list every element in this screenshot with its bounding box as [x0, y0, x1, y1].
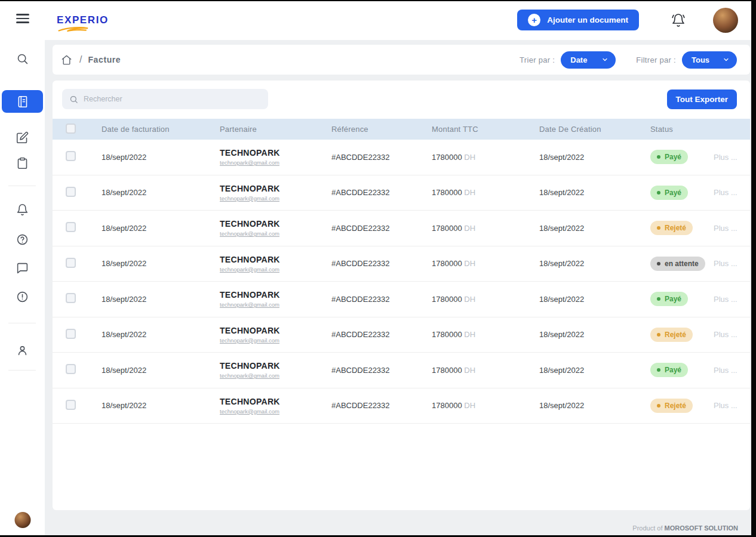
sidebar-divider [8, 186, 36, 186]
export-all-button[interactable]: Tout Exporter [667, 90, 737, 109]
invoice-billing-date: 18/sept/2022 [102, 401, 220, 410]
plus-circle-icon: + [528, 14, 540, 26]
partner-email[interactable]: technopark@gmail.com [220, 408, 331, 415]
footer-prefix: Product of [632, 524, 664, 532]
status-badge: Rejeté [650, 328, 693, 342]
row-checkbox[interactable] [66, 151, 76, 161]
invoice-billing-date: 18/sept/2022 [102, 224, 220, 233]
invoice-billing-date: 18/sept/2022 [102, 330, 220, 339]
status-dot-icon [657, 155, 660, 159]
invoice-reference: #ABCDDE22332 [331, 153, 432, 162]
alert-icon [16, 291, 29, 303]
invoice-creation-date: 18/sept/2022 [539, 224, 650, 233]
row-checkbox[interactable] [66, 222, 76, 232]
row-more-button[interactable]: Plus ... [714, 224, 740, 233]
menu-button[interactable] [10, 7, 35, 30]
row-checkbox[interactable] [66, 258, 76, 268]
sort-select[interactable]: Date [561, 51, 616, 69]
filter-select[interactable]: Tous [682, 51, 737, 69]
amount-value: 1780000 [432, 153, 462, 162]
partner-email[interactable]: technopark@gmail.com [220, 301, 331, 308]
notifications-button[interactable] [671, 13, 686, 27]
sidebar-avatar[interactable] [14, 512, 30, 528]
amount-value: 1780000 [432, 259, 462, 268]
select-all-checkbox[interactable] [66, 124, 76, 134]
row-more-button[interactable]: Plus ... [714, 366, 740, 375]
footer-company: MOROSOFT SOLUTION [665, 524, 738, 532]
home-button[interactable] [61, 54, 72, 66]
list-controls: Trier par : Date Filtrer par : Tous [520, 51, 737, 69]
invoice-list-card: Tout Exporter Date de facturation Parten… [53, 81, 750, 510]
sidebar-item-documents[interactable] [10, 125, 35, 149]
amount-currency: DH [464, 259, 475, 268]
table-row: 18/sept/2022 TECHNOPARK technopark@gmail… [53, 317, 750, 353]
sidebar-item-orders[interactable] [10, 151, 35, 175]
sidebar-item-notifications[interactable] [10, 197, 35, 221]
amount-currency: DH [464, 188, 475, 197]
row-checkbox[interactable] [66, 187, 76, 197]
partner-cell: TECHNOPARK technopark@gmail.com [220, 361, 331, 379]
search-box[interactable] [62, 89, 268, 109]
row-more-button[interactable]: Plus ... [714, 295, 740, 304]
clipboard-icon [16, 157, 29, 169]
invoice-amount: 1780000 DH [432, 330, 539, 339]
partner-email[interactable]: technopark@gmail.com [220, 266, 331, 273]
help-icon [16, 233, 29, 246]
invoice-reference: #ABCDDE22332 [331, 401, 432, 410]
column-header-reference: Référence [331, 125, 432, 134]
screen-edge [0, 0, 756, 1]
invoice-billing-date: 18/sept/2022 [102, 366, 220, 375]
table-row: 18/sept/2022 TECHNOPARK technopark@gmail… [53, 140, 750, 175]
sidebar-item-profile[interactable] [10, 338, 35, 362]
partner-email[interactable]: technopark@gmail.com [220, 372, 331, 379]
status-label: en attente [665, 260, 699, 268]
row-more-button[interactable]: Plus ... [714, 259, 740, 268]
table-row: 18/sept/2022 TECHNOPARK technopark@gmail… [53, 282, 750, 317]
menu-icon [16, 14, 29, 16]
row-checkbox[interactable] [66, 364, 76, 374]
column-header-partner: Partenaire [220, 125, 331, 134]
status-label: Rejeté [665, 402, 686, 410]
footer-credit: Product of MOROSOFT SOLUTION [632, 524, 738, 532]
row-checkbox[interactable] [66, 293, 76, 303]
invoice-creation-date: 18/sept/2022 [539, 188, 650, 197]
sidebar-item-help[interactable] [10, 227, 35, 251]
status-dot-icon [657, 297, 660, 301]
logo-text: EXPERIO [57, 14, 109, 26]
invoice-billing-date: 18/sept/2022 [102, 153, 220, 162]
amount-currency: DH [464, 330, 475, 339]
row-more-button[interactable]: Plus ... [714, 401, 740, 410]
partner-email[interactable]: technopark@gmail.com [220, 159, 331, 166]
status-badge: Payé [650, 363, 688, 377]
partner-email[interactable]: technopark@gmail.com [220, 230, 331, 237]
column-header-amount: Montant TTC [432, 125, 539, 134]
partner-email[interactable]: technopark@gmail.com [220, 195, 331, 202]
user-avatar[interactable] [713, 8, 738, 33]
row-checkbox[interactable] [66, 329, 76, 339]
search-icon [69, 95, 78, 104]
row-more-button[interactable]: Plus ... [714, 153, 740, 162]
sidebar-divider [8, 323, 36, 323]
book-icon [16, 95, 29, 108]
filter-label: Filtrer par : [636, 55, 676, 64]
amount-value: 1780000 [432, 188, 462, 197]
search-input[interactable] [84, 95, 261, 103]
partner-email[interactable]: technopark@gmail.com [220, 337, 331, 344]
column-header-creation-date: Date De Création [539, 125, 650, 134]
status-label: Rejeté [665, 331, 686, 339]
amount-currency: DH [464, 224, 475, 233]
partner-cell: TECHNOPARK technopark@gmail.com [220, 255, 331, 273]
sidebar-item-invoices[interactable] [2, 90, 43, 113]
table-row: 18/sept/2022 TECHNOPARK technopark@gmail… [53, 246, 750, 282]
status-dot-icon [657, 333, 660, 337]
row-more-button[interactable]: Plus ... [714, 188, 740, 197]
logo[interactable]: EXPERIO [57, 14, 109, 26]
row-more-button[interactable]: Plus ... [714, 330, 740, 339]
row-checkbox[interactable] [66, 400, 76, 410]
sidebar-search-button[interactable] [10, 47, 35, 70]
sidebar-item-messages[interactable] [10, 256, 35, 280]
invoice-amount: 1780000 DH [432, 188, 539, 197]
status-dot-icon [657, 368, 660, 372]
sidebar-item-alerts[interactable] [10, 285, 35, 308]
add-document-button[interactable]: + Ajouter un document [517, 10, 639, 30]
